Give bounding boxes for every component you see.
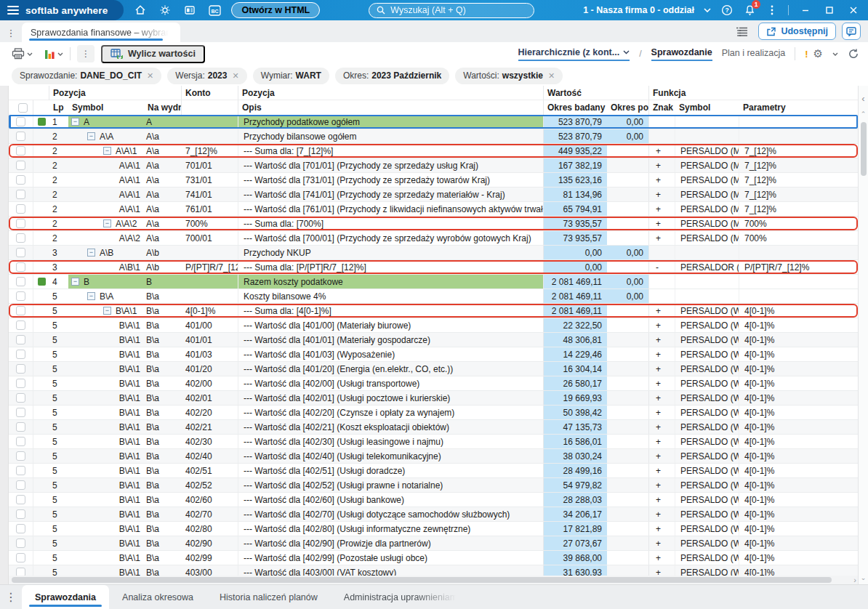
brightness-icon[interactable] <box>158 4 172 17</box>
row-checkbox[interactable] <box>16 146 25 156</box>
scroll-down-icon[interactable]: ⌄ <box>861 574 867 584</box>
header-symbol[interactable]: Symbol <box>68 100 144 115</box>
view-tab-sprawozdanie[interactable]: Sprawozdanie <box>651 47 712 61</box>
row-checkbox[interactable] <box>16 393 25 403</box>
row-checkbox[interactable] <box>16 539 25 548</box>
bottom-tab-administracja-uprawnieniami[interactable]: Administracja uprawnieniami <box>331 585 473 609</box>
vertical-scrollbar-thumb[interactable] <box>861 122 867 176</box>
row-checkbox[interactable] <box>16 422 25 432</box>
row-checkbox[interactable] <box>16 408 25 417</box>
collapse-toggle-icon[interactable]: − <box>71 278 79 286</box>
collapse-toggle-icon[interactable]: − <box>103 307 111 315</box>
refresh-icon[interactable] <box>848 48 859 60</box>
settings-chevron-down-icon[interactable] <box>832 52 838 56</box>
header-group-konto[interactable]: Konto <box>182 86 238 100</box>
notifications-bell-icon[interactable]: 1 <box>743 4 756 17</box>
filter-chip[interactable]: Wymiar:WART <box>253 68 329 84</box>
bottom-tab-sprawozdania[interactable]: Sprawozdania <box>22 585 109 609</box>
collapse-toggle-icon[interactable]: − <box>103 219 111 227</box>
table-row[interactable]: 2A\A\1A\a731/01--- Wartość dla [731/01] … <box>9 173 858 187</box>
row-checkbox[interactable] <box>16 233 25 243</box>
collapse-toggle-icon[interactable]: − <box>71 118 79 126</box>
table-row[interactable]: 2−A\AA\aPrzychody bilansowe ogółem523 87… <box>9 129 858 144</box>
table-row[interactable]: 5B\A\1B\a402/01--- Wartość dla [402/01] … <box>9 391 858 406</box>
table-row[interactable]: 5B\A\1B\a402/21--- Wartość dla [402/21] … <box>9 420 858 435</box>
open-in-html-button[interactable]: Otwórz w HTML <box>231 2 320 18</box>
print-button[interactable] <box>12 48 33 60</box>
row-checkbox[interactable] <box>16 117 25 126</box>
row-checkbox[interactable] <box>16 190 25 199</box>
collapse-toggle-icon[interactable]: − <box>87 292 95 300</box>
filter-chip[interactable]: Okres:2023 Październik <box>335 68 449 84</box>
table-row[interactable]: 5B\A\1B\a402/00--- Wartość dla [402/00] … <box>9 376 858 391</box>
document-tab-active[interactable]: Sprawozdania finansowe – wybrany okres <box>22 23 180 42</box>
row-checkbox[interactable] <box>16 335 25 344</box>
view-tab-plan-i-realizacja[interactable]: Plan i realizacja <box>722 48 786 60</box>
table-row[interactable]: 5B\A\1B\a402/70--- Wartość dla [402/70] … <box>9 507 858 522</box>
comments-button[interactable] <box>842 23 861 40</box>
maximize-button[interactable] <box>822 4 837 17</box>
table-row[interactable]: 1−AAPrzychody podatkowe ogółem523 870,79… <box>9 115 858 129</box>
row-checkbox[interactable] <box>16 568 25 576</box>
row-checkbox[interactable] <box>16 364 25 374</box>
header-okres-poprzedni[interactable]: Okres poprzedni <box>607 100 649 115</box>
row-checkbox[interactable] <box>16 306 25 315</box>
row-checkbox[interactable] <box>16 248 25 257</box>
table-row[interactable]: 5B\A\1B\a402/80--- Wartość dla [402/80] … <box>9 522 858 536</box>
row-checkbox[interactable] <box>16 379 25 388</box>
home-icon[interactable] <box>134 4 147 17</box>
topbar-kebab-icon[interactable] <box>765 4 779 17</box>
table-row[interactable]: 5B\A\1B\a403/00--- Wartość dla [403/00] … <box>9 565 858 576</box>
horizontal-scrollbar-thumb[interactable] <box>12 577 832 583</box>
calculate-values-button[interactable]: Wylicz wartości <box>101 45 205 63</box>
table-row[interactable]: 3A\B\1A\bP/[PT]R/7_[12]%--- Suma dla: [P… <box>9 260 858 275</box>
row-checkbox[interactable] <box>16 204 25 214</box>
hamburger-menu-icon[interactable] <box>7 4 19 17</box>
table-row[interactable]: 5B\A\1B\a401/01--- Wartość dla [401/01] … <box>9 333 858 347</box>
remove-filter-icon[interactable]: ✕ <box>232 71 238 81</box>
table-row[interactable]: 2A\A\1A\a701/01--- Wartość dla [701/01] … <box>9 158 858 173</box>
row-checkbox[interactable] <box>16 277 25 286</box>
bottom-tab-analiza-okresowa[interactable]: Analiza okresowa <box>109 585 206 609</box>
table-row[interactable]: 2−A\A\2A\a700%--- Suma dla: [700%]73 935… <box>9 217 858 231</box>
table-row[interactable]: 5B\A\1B\a402/40--- Wartość dla [402/40] … <box>9 449 858 464</box>
header-znak[interactable]: Znak <box>649 100 675 115</box>
horizontal-scrollbar[interactable]: › <box>9 576 858 584</box>
row-checkbox[interactable] <box>16 350 25 359</box>
table-row[interactable]: 5−B\AB\aKoszty bilansowe 4%2 081 469,110… <box>9 289 858 304</box>
header-parametry[interactable]: Parametry <box>739 100 858 115</box>
header-symbol-funkcja[interactable]: Symbol <box>675 100 739 115</box>
bottom-kebab-icon[interactable]: ⋮ <box>0 585 22 609</box>
table-row[interactable]: 5B\A\1B\a402/60--- Wartość dla [402/60] … <box>9 493 858 507</box>
hierarchy-dropdown[interactable]: Hierarchicznie (z kont... <box>518 47 630 61</box>
table-row[interactable]: 5−B\A\1B\a4[0-1]%--- Suma dla: [4[0-1]%]… <box>9 304 858 318</box>
table-row[interactable]: 3−A\BA\bPrzychody NKUP0,000,00 <box>9 246 858 260</box>
company-selector[interactable]: 1 - Nasza firma 0 - oddział <box>583 5 694 15</box>
vertical-scroll-rail[interactable]: ‹ ⌃ ⌄ <box>858 86 868 584</box>
table-row[interactable]: 5B\A\1B\a401/20--- Wartość dla [401/20] … <box>9 362 858 376</box>
row-checkbox[interactable] <box>16 524 25 533</box>
header-opis[interactable]: Opis <box>238 100 544 115</box>
layout-list-icon[interactable] <box>736 26 748 37</box>
table-row[interactable]: 2A\A\2A\a700/01--- Wartość dla [700/01] … <box>9 231 858 246</box>
bottom-tab-historia-naliczeń-planów[interactable]: Historia naliczeń planów <box>206 585 331 609</box>
row-checkbox[interactable] <box>16 495 25 504</box>
help-icon[interactable]: ? <box>720 4 734 17</box>
header-lp[interactable]: Lp <box>49 100 68 115</box>
table-row[interactable]: 5B\A\1B\a401/00--- Wartość dla [401/00] … <box>9 318 858 333</box>
remove-filter-icon[interactable]: ✕ <box>147 71 153 81</box>
filter-chip[interactable]: Wartości:wszystkie✕ <box>455 68 563 84</box>
tabstrip-kebab-icon[interactable]: ⋮ <box>0 23 22 42</box>
row-checkbox[interactable] <box>16 161 25 170</box>
table-row[interactable]: 5B\A\1B\a402/99--- Wartość dla [402/99] … <box>9 551 858 565</box>
scroll-up-icon[interactable]: ⌃ <box>861 110 867 121</box>
settings-gear-icon[interactable]: ⚙ <box>813 47 823 60</box>
collapse-toggle-icon[interactable]: − <box>87 249 95 257</box>
header-okres-badany[interactable]: Okres badany <box>544 100 607 115</box>
company-chevron-down-icon[interactable] <box>704 8 711 12</box>
table-row[interactable]: 5B\A\1B\a401/03--- Wartość dla [401/03] … <box>9 347 858 362</box>
row-checkbox[interactable] <box>16 175 25 185</box>
table-row[interactable]: 2−A\A\1A\a7_[12]%--- Suma dla: [7_[12]%]… <box>9 144 858 158</box>
row-checkbox[interactable] <box>16 466 25 475</box>
toolbar-kebab-button[interactable]: ⋮ <box>77 45 95 62</box>
